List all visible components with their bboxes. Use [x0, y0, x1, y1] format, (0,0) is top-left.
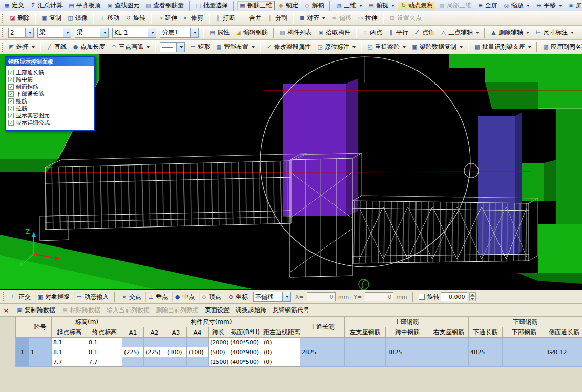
cell-dist-left[interactable]: (0)	[262, 338, 300, 347]
break-button[interactable]: ∦打断	[212, 13, 238, 24]
col-bottom-through[interactable]: 下通长筋	[469, 327, 503, 338]
toolbar-grip[interactable]	[3, 292, 5, 301]
snap-midpoint-toggle[interactable]: ●中点	[172, 291, 197, 302]
paste-span-data-button[interactable]: ▤粘贴跨数据	[61, 306, 100, 315]
rebar-display-panel-titlebar[interactable]: 钢筋显示控制面板	[6, 57, 94, 66]
delete-current-column-button[interactable]: 删除当前列数据	[156, 306, 199, 315]
y-input[interactable]: 0	[365, 292, 393, 301]
cell-a2[interactable]	[144, 357, 165, 367]
category-combo[interactable]: 梁	[37, 28, 71, 38]
toolbar-grip[interactable]	[2, 28, 4, 37]
col-span-no[interactable]: 跨号	[29, 317, 52, 338]
pick-component-button[interactable]: ◉拾取构件	[315, 27, 353, 38]
cell-a4[interactable]	[187, 357, 209, 367]
close-span-editor-button[interactable]: ×	[2, 306, 10, 314]
page-setup-button[interactable]: 页面设置	[205, 306, 230, 315]
cell-mid-span[interactable]	[386, 338, 429, 347]
cell-dist-left[interactable]: (0)	[262, 347, 300, 357]
point-angle-button[interactable]: ∠点角	[411, 27, 437, 38]
cell-section[interactable]: (400*500)	[228, 357, 262, 367]
summary-calc-button[interactable]: Σ汇总计算	[27, 1, 65, 10]
merge-button[interactable]: ≡合并	[238, 13, 264, 24]
ortho-toggle[interactable]: ∟正交	[8, 291, 33, 302]
col-group-dimensions[interactable]: 构件尺寸(mm)	[122, 317, 300, 327]
cell-span-length[interactable]: (1500)	[209, 357, 228, 367]
edit-rebar-button[interactable]: ◢编辑钢筋	[233, 27, 271, 38]
cell-dist-left[interactable]: (0)	[262, 357, 300, 367]
three-point-aux-axis-button[interactable]: △三点辅轴	[438, 27, 482, 38]
col-top-through[interactable]: 上通长筋	[300, 317, 345, 338]
two-point-button[interactable]: ∶两点	[359, 27, 385, 38]
toolbar-grip[interactable]	[2, 43, 3, 52]
col-group-bottom-rebar[interactable]: 下部钢筋	[469, 317, 582, 327]
object-snap-toggle[interactable]: ▣对象捕捉	[34, 291, 72, 302]
checkbox-checked-icon[interactable]: ✓	[8, 120, 14, 126]
cell-bottom-through[interactable]: 4B25	[469, 347, 503, 357]
cell-right-support[interactable]	[429, 338, 469, 347]
lock-button[interactable]: ◆锁定	[275, 1, 301, 10]
cell-left-support[interactable]	[345, 338, 386, 347]
col-side-through[interactable]: 侧面通长筋	[546, 327, 582, 338]
panel-item-show-other[interactable]: ✓显示其它图元	[8, 112, 93, 119]
cell-a1[interactable]	[122, 357, 144, 367]
batch-select-button[interactable]: ▢批量选择	[193, 1, 231, 10]
col-span-length[interactable]: 跨长	[209, 327, 228, 338]
align-slab-top-button[interactable]: ▤平齐板顶	[66, 1, 103, 10]
viewport-3d[interactable]: Z 钢筋显示控制面板 ✓上部通长筋 ✓跨中筋 ✓侧面钢筋 ✓下部通长筋 ✓箍筋 …	[0, 54, 582, 290]
cell-mid-span[interactable]: 3B25	[386, 347, 429, 357]
panel-item-show-formula[interactable]: ✓显示详细公式	[8, 119, 93, 126]
checkbox-checked-icon[interactable]: ✓	[8, 84, 14, 90]
combo-arrow-button[interactable]	[148, 28, 156, 37]
col-a2[interactable]: A2	[144, 327, 165, 338]
combo-arrow-button[interactable]	[100, 28, 108, 37]
cell-a2[interactable]	[144, 338, 165, 347]
cell-section[interactable]: (400*500)	[228, 338, 262, 347]
cell-bottom-rebar[interactable]	[503, 347, 546, 357]
col-start-elev[interactable]: 起点标高	[52, 327, 87, 338]
three-point-arc-button[interactable]: ◠三点画弧	[108, 42, 152, 53]
snap-vertex-toggle[interactable]: ◇顶点	[198, 291, 224, 302]
fullscreen-button[interactable]: ⊕全屏	[474, 1, 500, 10]
copy-span-data-button[interactable]: ▣复制跨数据	[16, 306, 55, 315]
rebar-3d-button[interactable]: ▦钢筋三维	[237, 1, 275, 10]
cell-bottom-through[interactable]	[469, 338, 503, 347]
screen-button[interactable]: ▣屏幕	[565, 1, 582, 10]
delete-aux-axis-button[interactable]: ▲删除辅轴	[488, 27, 532, 38]
checkbox-checked-icon[interactable]: ✓	[8, 77, 14, 82]
cell-end-elev[interactable]: 8.1	[87, 338, 122, 347]
cell-bottom-rebar[interactable]	[503, 338, 546, 347]
cell-a3[interactable]	[165, 338, 187, 347]
col-section[interactable]: 截面(B*H)	[228, 327, 262, 338]
checkbox-checked-icon[interactable]: ✓	[8, 91, 14, 97]
insitu-annotation-button[interactable]: ◲原位标注	[314, 42, 358, 53]
cell-side-through[interactable]	[546, 338, 582, 347]
cell-start-elev[interactable]: 8.1	[52, 338, 87, 347]
zoom-button[interactable]: ◎缩放	[501, 1, 532, 10]
move-button[interactable]: +移动	[96, 13, 122, 24]
checkbox-checked-icon[interactable]: ✓	[8, 70, 14, 75]
checkbox-checked-icon[interactable]: ✓	[8, 113, 14, 118]
col-group-elevation[interactable]: 标高(m)	[52, 317, 122, 327]
cell-a1[interactable]	[122, 338, 144, 347]
define-button[interactable]: ▦定义	[1, 1, 27, 10]
cell-bottom-rebar[interactable]	[503, 357, 546, 367]
batch-identify-supports-button[interactable]: ▩批量识别梁支座	[471, 42, 534, 53]
span-data-copy-button[interactable]: ▣梁跨数据复制	[409, 42, 465, 53]
view-rebar-quantity-button[interactable]: ▥查看钢筋量	[142, 1, 186, 10]
cell-left-support[interactable]	[345, 357, 386, 367]
type-combo[interactable]: 梁	[75, 28, 109, 38]
extend-button[interactable]: ⇥延伸	[154, 13, 180, 24]
line-button[interactable]: ╱直线	[44, 42, 69, 53]
cell-top-through[interactable]	[300, 357, 345, 367]
spin-up-icon[interactable]	[469, 292, 476, 297]
panel-item-stirrup[interactable]: ✓箍筋	[8, 97, 93, 105]
cell-bottom-through[interactable]	[469, 357, 503, 367]
view-3d-button[interactable]: ▧三维	[333, 1, 365, 10]
spin-down-icon[interactable]	[469, 297, 476, 301]
checkbox-checked-icon[interactable]: ✓	[8, 106, 14, 111]
checkbox-checked-icon[interactable]: ✓	[8, 98, 14, 104]
apply-same-name-button[interactable]: ▨应用到同名梁	[540, 42, 582, 53]
delete-button[interactable]: ◪删除	[7, 13, 32, 24]
coordinate-toggle[interactable]: ⊕坐标	[225, 291, 251, 302]
cell-top-through[interactable]: 2B25	[300, 347, 345, 357]
